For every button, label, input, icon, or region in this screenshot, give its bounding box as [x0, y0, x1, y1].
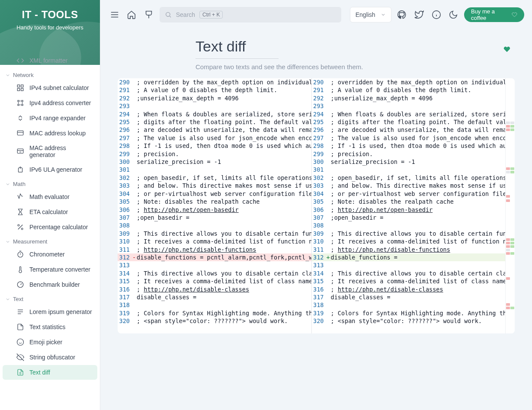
sidebar-item-ipv4-subnet[interactable]: IPv4 subnet calculator: [3, 80, 97, 95]
diff-line: 292;unserialize_max_depth = 4096: [118, 94, 311, 102]
sidebar-item-emoji[interactable]: Emoji picker: [3, 335, 97, 349]
sidebar-item-math-eval[interactable]: Math evaluator: [3, 189, 97, 204]
brush-button[interactable]: [142, 8, 155, 22]
line-code: [137, 261, 311, 269]
line-code: ; or per-virtualhost web server configur…: [331, 190, 506, 198]
line-code: ; <span style="color: ???????"> would wo…: [331, 317, 506, 325]
sidebar-item-temp[interactable]: Temperature converter: [3, 262, 97, 277]
line-code: ; Colors for Syntax Highlighting mode. A…: [137, 309, 311, 317]
sidebar-item-chrono[interactable]: Chronometer: [3, 247, 97, 262]
search-input[interactable]: Search Ctrl + K: [160, 7, 341, 22]
diff-line: 317disable_classes =: [118, 293, 311, 301]
sidebar-item-lorem[interactable]: Lorem ipsum generator: [3, 304, 97, 319]
language-select[interactable]: English: [350, 7, 391, 22]
diff-minimap[interactable]: [505, 78, 515, 333]
brand-title: IT - TOOLS: [0, 9, 100, 21]
line-code: ; http://php.net/open-basedir: [137, 206, 311, 214]
sidebar-item-ipv4-conv[interactable]: Ipv4 address converter: [3, 96, 97, 110]
diff-line: 308: [312, 221, 506, 229]
section-header-network[interactable]: Network: [0, 68, 100, 80]
line-code: [331, 301, 506, 309]
sidebar-item-text-diff[interactable]: Text diff: [3, 365, 97, 380]
diff-viewer[interactable]: 290; overridden by the max_depth option …: [118, 78, 515, 333]
diff-line: 308: [118, 221, 311, 229]
brand-subtitle: Handy tools for developers: [0, 24, 100, 31]
mac-lookup-icon: [16, 129, 24, 137]
diff-line: 315; It receives a comma-delimited list …: [312, 277, 506, 285]
diff-line: 295; digits after the floating point. Th…: [312, 118, 506, 126]
line-number: 297: [312, 134, 327, 142]
theme-toggle[interactable]: [447, 8, 460, 22]
line-code: ; A value of 0 disables the depth limit.: [137, 86, 311, 94]
diff-pane-left[interactable]: 290; overridden by the max_depth option …: [118, 78, 312, 333]
section-header-measurement[interactable]: Measurement: [0, 235, 100, 247]
line-number: 300: [118, 158, 132, 166]
line-code: ; It receives a comma-delimited list of …: [137, 277, 311, 285]
eta-icon: [16, 208, 24, 216]
favorite-button[interactable]: [503, 46, 510, 54]
section-header-text[interactable]: Text: [0, 292, 100, 304]
sidebar-item-text-stats[interactable]: Text statistics: [3, 320, 97, 334]
line-code: ; Note: disables the realpath cache: [137, 198, 311, 205]
line-number: 294: [118, 110, 132, 118]
diff-line: 310; It receives a comma-delimited list …: [118, 237, 311, 245]
diff-line: 312-disable_functions = pcntl_alarm,pcnt…: [118, 253, 311, 261]
github-link[interactable]: [396, 8, 409, 22]
sidebar-item-label: MAC address generator: [29, 144, 92, 158]
sidebar-item-label: ETA calculator: [29, 208, 68, 215]
sidebar-item-mac-lookup[interactable]: MAC address lookup: [3, 126, 97, 141]
sidebar-item-ipv4-range[interactable]: IPv4 range expander: [3, 111, 97, 125]
sidebar-item-xml-formatter[interactable]: XML formatter: [3, 53, 97, 68]
sidebar-item-bench[interactable]: Benchmark builder: [3, 277, 97, 292]
sidebar-item-ipv6-ula[interactable]: IPv6 ULA generator: [3, 162, 97, 177]
sidebar-item-label: IPv4 range expander: [29, 115, 86, 122]
page-description: Compare two texts and see the difference…: [195, 63, 515, 70]
sidebar-item-label: Math evaluator: [29, 193, 70, 200]
diff-line: 309; This directive allows you to disabl…: [118, 230, 311, 237]
chevron-down-icon: [5, 73, 10, 78]
sidebar-item-label: Ipv4 address converter: [29, 99, 91, 106]
minimap-marker: [506, 128, 514, 131]
minimap-marker: [506, 122, 514, 124]
svg-point-31: [166, 13, 170, 16]
info-button[interactable]: [430, 8, 443, 22]
twitter-link[interactable]: [413, 8, 426, 22]
line-code: disable_functions =: [331, 253, 506, 261]
sidebar-item-label: IPv4 subnet calculator: [29, 84, 89, 91]
line-code: ; precision.: [137, 150, 311, 158]
diff-line: 313: [118, 261, 311, 269]
bench-icon: [16, 281, 24, 288]
line-number: 298: [118, 142, 132, 150]
menu-button[interactable]: [108, 8, 121, 22]
sidebar-item-mac-gen[interactable]: MAC address generator: [3, 141, 97, 162]
heart-icon: [512, 12, 517, 18]
sidebar-item-obfuscate[interactable]: String obfuscator: [3, 350, 97, 365]
svg-rect-2: [17, 89, 19, 91]
section-header-math[interactable]: Math: [0, 177, 100, 189]
line-number: 316: [312, 285, 327, 293]
search-shortcut: Ctrl + K: [199, 11, 223, 19]
svg-point-13: [21, 228, 23, 230]
sidebar-item-eta[interactable]: ETA calculator: [3, 205, 97, 219]
content: Text diff Compare two texts and see the …: [100, 29, 532, 410]
buy-coffee-button[interactable]: Buy me a coffee: [464, 7, 524, 22]
ipv4-conv-icon: [16, 99, 24, 107]
diff-line: 311; http://php.net/disable-functions: [312, 246, 506, 253]
minimap-marker: [506, 307, 514, 309]
line-code: ; are decoded with unserialize, the data…: [331, 126, 506, 134]
sidebar-item-percentage[interactable]: Percentage calculator: [3, 220, 97, 234]
line-number: 310: [312, 237, 327, 245]
line-code: ;open_basedir =: [331, 214, 506, 221]
home-button[interactable]: [125, 8, 138, 22]
line-code: ; http://php.net/open-basedir: [331, 206, 506, 214]
diff-line: 302; open_basedir, if set, limits all fi…: [118, 174, 311, 182]
diff-pane-right[interactable]: 290; overridden by the max_depth option …: [312, 78, 506, 333]
line-number: 314: [118, 269, 132, 277]
svg-rect-0: [17, 85, 19, 87]
line-number: 313: [312, 261, 327, 269]
language-label: English: [356, 11, 375, 18]
line-code: ; It receives a comma-delimited list of …: [137, 237, 311, 245]
text-stats-icon: [16, 323, 24, 331]
diff-line: 297; The value is also used for json_enc…: [118, 134, 311, 142]
line-number: 316: [118, 285, 132, 293]
